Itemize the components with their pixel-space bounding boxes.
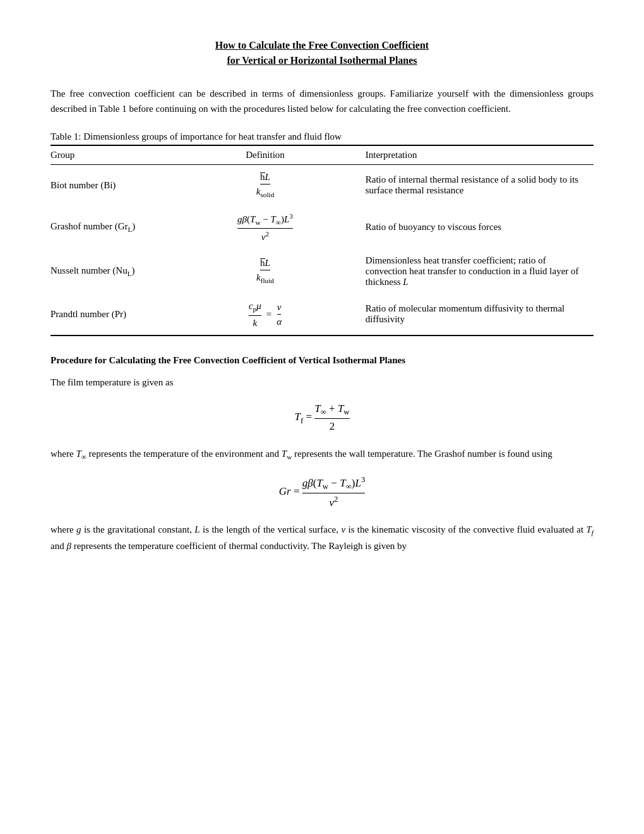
grashof-group-label: Grashof number (GrL) <box>51 206 170 250</box>
col-header-interp: Interpretation <box>366 145 593 165</box>
prandtl-interpretation: Ratio of molecular momentum diffusivity … <box>366 294 593 335</box>
col-header-group: Group <box>51 145 170 165</box>
grashof-definition: gβ(Tw − T∞)L3 ν2 <box>170 206 366 250</box>
title-line1: How to Calculate the Free Convection Coe… <box>51 38 593 53</box>
section1-title: Procedure for Calculating the Free Conve… <box>51 355 593 366</box>
table-caption: Table 1: Dimensionless groups of importa… <box>51 131 593 142</box>
biot-fraction: hL ksolid <box>256 171 275 200</box>
page-title: How to Calculate the Free Convection Coe… <box>51 38 593 68</box>
film-temp-note: where T∞ represents the temperature of t… <box>51 446 593 462</box>
prandtl-fraction1: cpμ k <box>249 300 261 329</box>
table-row: Biot number (Bi) hL ksolid Ratio of inte… <box>51 165 593 206</box>
biot-definition: hL ksolid <box>170 165 366 206</box>
prandtl-definition: cpμ k = ν α <box>170 294 366 335</box>
table-row: Nusselt number (NuL) hL kfluid Dimension… <box>51 249 593 294</box>
nusselt-group-label: Nusselt number (NuL) <box>51 249 170 294</box>
nusselt-definition: hL kfluid <box>170 249 366 294</box>
prandtl-group-label: Prandtl number (Pr) <box>51 294 170 335</box>
table-row: Grashof number (GrL) gβ(Tw − T∞)L3 ν2 Ra… <box>51 206 593 250</box>
film-temp-formula: Tf = T∞ + Tw 2 <box>51 402 593 433</box>
grashof-formula-fraction: gβ(Tw − T∞)L3 ν2 <box>302 475 366 509</box>
dimensionless-groups-table: Group Definition Interpretation Biot num… <box>51 145 593 336</box>
grashof-note: where g is the gravitational constant, L… <box>51 522 593 553</box>
prandtl-fraction2: ν α <box>277 301 282 327</box>
nusselt-fraction: hL kfluid <box>256 257 274 286</box>
grashof-formula-block: Gr = gβ(Tw − T∞)L3 ν2 <box>51 475 593 509</box>
title-line2: for Vertical or Horizontal Isothermal Pl… <box>51 53 593 68</box>
nusselt-interpretation: Dimensionless heat transfer coefficient;… <box>366 249 593 294</box>
biot-group-label: Biot number (Bi) <box>51 165 170 206</box>
film-temp-fraction: T∞ + Tw 2 <box>314 402 349 433</box>
grashof-interpretation: Ratio of buoyancy to viscous forces <box>366 206 593 250</box>
biot-interpretation: Ratio of internal thermal resistance of … <box>366 165 593 206</box>
intro-paragraph: The free convection coefficient can be d… <box>51 86 593 116</box>
col-header-def: Definition <box>170 145 366 165</box>
film-temp-intro: The film temperature is given as <box>51 375 593 390</box>
table-row: Prandtl number (Pr) cpμ k = ν α Ratio of… <box>51 294 593 335</box>
grashof-fraction: gβ(Tw − T∞)L3 ν2 <box>237 212 293 243</box>
